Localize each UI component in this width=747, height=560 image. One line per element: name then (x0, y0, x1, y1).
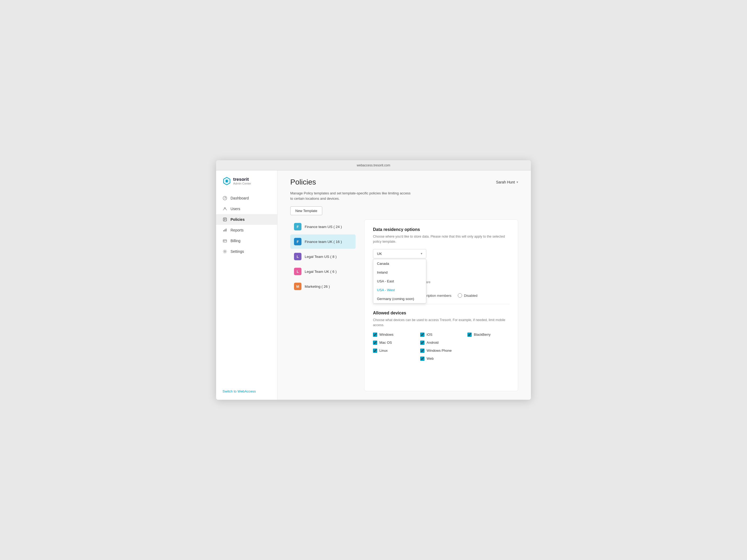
svg-rect-12 (226, 229, 227, 232)
dropdown-option-usa-east[interactable]: USA - East (373, 277, 426, 286)
sidebar-item-dashboard[interactable]: Dashboard (216, 193, 277, 204)
residency-title: Data residency options (373, 227, 509, 232)
policy-badge-finance-us: F (294, 223, 302, 231)
sidebar-item-dashboard-label: Dashboard (231, 196, 249, 200)
policy-label-finance-us: Finance team US ( 24 ) (305, 225, 342, 229)
sidebar-item-billing-label: Billing (231, 239, 240, 243)
policy-item-legal-uk[interactable]: L Legal Team UK ( 6 ) (290, 264, 356, 279)
page-description: Manage Policy templates and set template… (278, 186, 427, 201)
residency-dropdown-menu: Canada Ireland USA - East USA - West Ger… (373, 259, 426, 303)
device-blackberry-checkbox[interactable] (420, 356, 424, 361)
device-blackberry[interactable]: Web (420, 356, 462, 361)
page-header: Policies Sarah Hunt ▾ (278, 170, 531, 186)
device-blackberry-label: Web (427, 356, 434, 361)
content-area: F Finance team US ( 24 ) F Finance team … (278, 215, 531, 400)
policy-badge-legal-us: L (294, 253, 302, 260)
billing-icon (223, 238, 227, 243)
user-chevron-icon: ▾ (516, 180, 518, 184)
device-windows-phone[interactable]: Windows Phone (420, 349, 462, 353)
device-windows-label: Windows (379, 332, 393, 337)
device-linux-label: Linux (379, 349, 388, 352)
switch-to-webaccess[interactable]: Switch to WebAccess (216, 385, 277, 400)
url-bar: webaccess.tresorit.com (357, 163, 390, 167)
allowed-devices-description: Choose what devices can be used to acces… (373, 318, 509, 328)
device-linux-checkbox[interactable] (373, 349, 377, 353)
svg-rect-13 (223, 240, 227, 242)
device-macos-label: Mac OS (379, 341, 392, 345)
svg-point-16 (224, 251, 226, 252)
dropdown-option-germany[interactable]: Germany (coming soon) (373, 294, 426, 303)
policy-item-finance-us[interactable]: F Finance team US ( 24 ) (290, 219, 356, 234)
device-web-checkbox[interactable] (467, 332, 472, 337)
policy-badge-marketing: M (294, 283, 302, 290)
policy-label-legal-us: Legal Team US ( 8 ) (305, 255, 337, 259)
policies-icon (223, 217, 227, 222)
device-windows-phone-label: Windows Phone (427, 349, 452, 352)
allowed-devices-title: Allowed devices (373, 311, 509, 316)
policy-badge-legal-uk: L (294, 268, 302, 275)
sidebar-item-settings-label: Settings (231, 249, 244, 254)
device-windows-phone-checkbox[interactable] (420, 349, 424, 353)
residency-dropdown-button[interactable]: UK ▾ (373, 249, 426, 259)
device-ios[interactable]: iOS (420, 332, 462, 337)
residency-section: Data residency options Choose where you'… (373, 227, 509, 259)
dropdown-option-ireland[interactable]: Ireland (373, 268, 426, 277)
brand-sub: Admin Center (233, 182, 251, 185)
svg-rect-15 (224, 241, 225, 242)
main-content: Policies Sarah Hunt ▾ Manage Policy temp… (278, 170, 531, 400)
residency-description: Choose where you'd like to store data. P… (373, 234, 509, 244)
device-windows-checkbox[interactable] (373, 332, 377, 337)
device-android[interactable]: Android (420, 341, 462, 345)
device-web[interactable]: BlackBerry (467, 332, 509, 337)
device-linux[interactable]: Linux (373, 349, 415, 353)
dashboard-icon (223, 196, 227, 201)
radio-disabled-label: Disabled (464, 294, 478, 298)
policy-label-marketing: Marketing ( 26 ) (305, 285, 330, 289)
sidebar-item-policies-label: Policies (231, 217, 244, 221)
policy-item-legal-us[interactable]: L Legal Team US ( 8 ) (290, 249, 356, 264)
dropdown-chevron-icon: ▾ (421, 252, 422, 256)
sidebar-item-reports-label: Reports (231, 228, 243, 232)
policy-item-finance-uk[interactable]: F Finance team UK ( 16 ) (290, 234, 356, 249)
detail-panel: Data residency options Choose where you'… (364, 219, 518, 391)
device-macos-checkbox[interactable] (373, 341, 377, 345)
dropdown-option-usa-west[interactable]: USA - West (373, 286, 426, 294)
svg-point-4 (225, 198, 226, 199)
radio-disabled-input[interactable] (458, 293, 462, 298)
devices-checkbox-grid: Windows iOS BlackBerry (373, 332, 509, 361)
sidebar-item-policies[interactable]: Policies (216, 214, 277, 225)
device-android-checkbox[interactable] (420, 341, 424, 345)
residency-selected-value: UK (377, 252, 382, 256)
titlebar: webaccess.tresorit.com (216, 160, 531, 170)
policy-list: F Finance team US ( 24 ) F Finance team … (290, 219, 356, 391)
logo-area: tresorit Admin Center (216, 177, 277, 193)
policy-item-marketing[interactable]: M Marketing ( 26 ) (290, 279, 356, 294)
allowed-devices-section: Allowed devices Choose what devices can … (373, 311, 509, 361)
residency-dropdown-wrapper: UK ▾ Canada Ireland USA - East USA - Wes… (373, 249, 426, 259)
radio-disabled[interactable]: Disabled (458, 293, 478, 298)
device-windows[interactable]: Windows (373, 332, 415, 337)
sidebar-item-users[interactable]: Users (216, 204, 277, 214)
device-ios-label: iOS (427, 332, 433, 337)
sidebar-item-billing[interactable]: Billing (216, 236, 277, 246)
policy-badge-finance-uk: F (294, 238, 302, 245)
page-title: Policies (290, 178, 316, 186)
sidebar: tresorit Admin Center Dashboard (216, 170, 278, 400)
device-web-label: BlackBerry (474, 332, 491, 337)
new-template-button[interactable]: New Template (290, 206, 322, 215)
svg-rect-10 (223, 230, 224, 232)
settings-icon (223, 249, 227, 254)
dropdown-option-canada[interactable]: Canada (373, 259, 426, 268)
device-ios-checkbox[interactable] (420, 332, 424, 337)
brand-name: tresorit (233, 177, 251, 182)
device-macos[interactable]: Mac OS (373, 341, 415, 345)
reports-icon (223, 228, 227, 233)
policy-label-legal-uk: Legal Team UK ( 6 ) (305, 270, 337, 274)
sidebar-item-reports[interactable]: Reports (216, 225, 277, 236)
users-icon (223, 206, 227, 211)
user-menu[interactable]: Sarah Hunt ▾ (496, 180, 518, 184)
sidebar-item-settings[interactable]: Settings (216, 246, 277, 257)
sidebar-item-users-label: Users (231, 207, 240, 211)
policy-label-finance-uk: Finance team UK ( 16 ) (305, 240, 342, 244)
app-window: webaccess.tresorit.com tresorit Admin Ce… (216, 160, 531, 400)
